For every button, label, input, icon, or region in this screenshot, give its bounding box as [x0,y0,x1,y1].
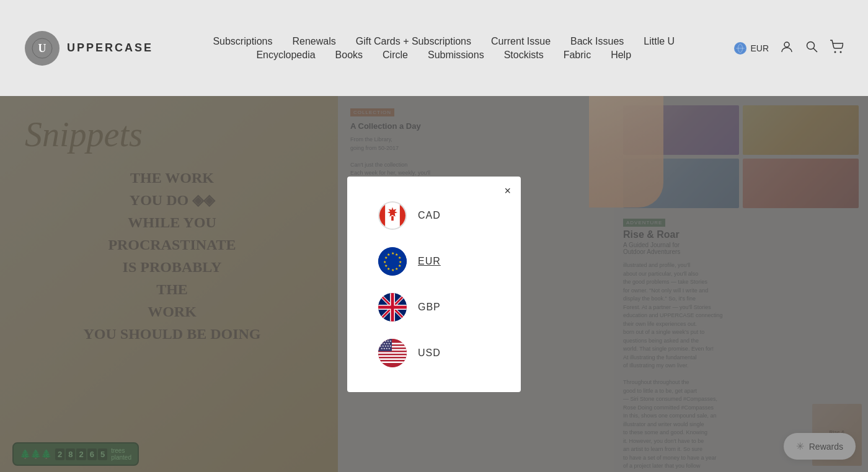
modal-overlay[interactable]: × CAD [0,96,868,472]
svg-text:★: ★ [398,256,401,260]
background-area: Snippets THE WORKYOU DO ◈◈WHILE YOUPROCR… [0,96,868,472]
svg-text:★: ★ [383,260,386,263]
svg-point-6 [807,42,815,50]
svg-text:★: ★ [388,347,391,350]
svg-rect-43 [378,358,407,360]
nav-row-1: Subscriptions Renewals Gift Cards + Subs… [213,36,675,47]
nav-renewals[interactable]: Renewals [292,36,335,47]
svg-point-5 [784,42,789,47]
globe-icon [734,42,746,55]
currency-selector[interactable]: EUR [734,42,769,55]
currency-label: EUR [750,43,769,53]
nav-stockists[interactable]: Stockists [504,50,544,61]
nav-row-2: Encyclopedia Books Circle Submissions St… [256,50,631,61]
currency-item-usd[interactable]: ★★★★★ ★★★★ ★★★★★ ★★★★ USD [378,339,490,367]
svg-text:★: ★ [384,256,388,260]
svg-line-7 [813,48,817,52]
currency-list: CAD ★ ★ ★ ★ ★ [378,201,490,367]
svg-text:★: ★ [391,251,394,255]
nav-encyclopedia[interactable]: Encyclopedia [256,50,315,61]
nav-gift-cards[interactable]: Gift Cards + Subscriptions [356,36,471,47]
svg-text:★: ★ [379,339,382,343]
nav-circle[interactable]: Circle [383,50,408,61]
nav-subscriptions[interactable]: Subscriptions [213,36,272,47]
nav-current-issue[interactable]: Current Issue [491,36,551,47]
nav-little-u[interactable]: Little U [644,36,675,47]
svg-text:★: ★ [391,268,394,271]
svg-text:★: ★ [399,260,402,263]
currency-item-gbp[interactable]: GBP [378,293,490,321]
svg-rect-44 [378,361,407,363]
svg-rect-42 [378,355,407,357]
logo-area[interactable]: U UPPERCASE [25,31,153,66]
currency-modal: × CAD [347,177,521,392]
svg-point-8 [835,51,836,53]
flag-cad [378,201,407,230]
currency-item-cad[interactable]: CAD [378,201,490,230]
header: U UPPERCASE Subscriptions Renewals Gift … [0,0,868,96]
currency-item-eur[interactable]: ★ ★ ★ ★ ★ ★ ★ ★ ★ ★ ★ ★ [378,247,490,276]
logo-icon: U [25,31,60,66]
svg-text:U: U [38,42,46,55]
nav-center: Subscriptions Renewals Gift Cards + Subs… [178,36,709,61]
header-icons: EUR [734,40,843,56]
svg-rect-11 [379,203,385,229]
currency-code-cad: CAD [418,210,441,221]
svg-rect-13 [391,216,394,220]
svg-text:★: ★ [398,264,401,268]
svg-rect-12 [400,203,405,229]
currency-code-usd: USD [418,347,441,359]
svg-text:★: ★ [384,264,388,268]
nav-back-issues[interactable]: Back Issues [570,36,624,47]
nav-help[interactable]: Help [611,50,631,61]
search-icon[interactable] [805,40,818,56]
logo-name: UPPERCASE [67,42,153,55]
cart-icon[interactable] [830,40,843,56]
svg-rect-41 [378,352,407,354]
currency-code-gbp: GBP [418,302,441,313]
nav-submissions[interactable]: Submissions [428,50,484,61]
flag-eur: ★ ★ ★ ★ ★ ★ ★ ★ ★ ★ ★ ★ [378,247,407,276]
svg-text:★: ★ [387,266,390,270]
svg-text:★: ★ [387,252,390,256]
modal-close-button[interactable]: × [504,185,511,196]
currency-code-eur: EUR [418,256,441,267]
svg-text:★: ★ [395,266,398,270]
nav-books[interactable]: Books [335,50,363,61]
flag-usd: ★★★★★ ★★★★ ★★★★★ ★★★★ [378,339,407,367]
flag-gbp [378,293,407,321]
nav-fabric[interactable]: Fabric [564,50,591,61]
account-icon[interactable] [780,40,794,56]
svg-point-9 [840,51,842,53]
